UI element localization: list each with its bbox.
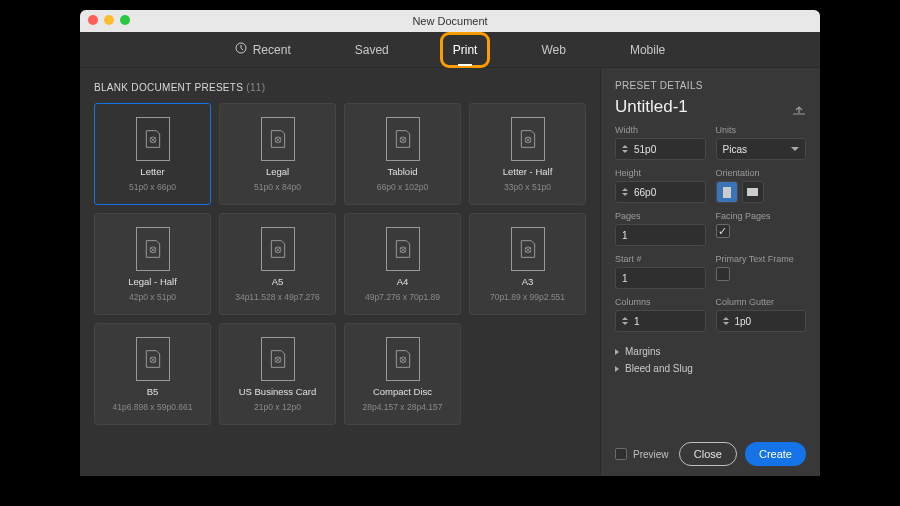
preset-name: A5 [272,276,284,287]
page-icon [261,337,295,381]
preset-name: A3 [522,276,534,287]
preset-card[interactable]: Compact Disc28p4.157 x 28p4.157 [344,323,461,425]
preset-card[interactable]: A534p11.528 x 49p7.276 [219,213,336,315]
window-titlebar: New Document [80,10,820,32]
facing-pages-checkbox[interactable]: ✓ [716,224,730,238]
tab-saved[interactable]: Saved [349,39,395,61]
close-button[interactable]: Close [679,442,737,466]
preset-dimensions: 51p0 x 84p0 [254,182,301,192]
page-icon [511,117,545,161]
chevron-down-icon [791,147,799,151]
new-document-dialog: New Document RecentSavedPrintWebMobile B… [80,10,820,476]
preset-card[interactable]: Legal51p0 x 84p0 [219,103,336,205]
presets-grid: Letter51p0 x 66p0Legal51p0 x 84p0Tabloid… [94,103,586,425]
preset-name: Letter [140,166,164,177]
category-tabs: RecentSavedPrintWebMobile [80,32,820,68]
page-icon [136,337,170,381]
start-number-label: Start # [615,254,706,264]
columns-field[interactable]: 1 [615,310,706,332]
preset-name: US Business Card [239,386,317,397]
preset-dimensions: 70p1.89 x 99p2.551 [490,292,565,302]
primary-text-frame-checkbox[interactable] [716,267,730,281]
pages-label: Pages [615,211,706,221]
tab-recent[interactable]: Recent [229,38,297,61]
width-field[interactable]: 51p0 [615,138,706,160]
tab-label: Web [541,43,565,57]
width-label: Width [615,125,706,135]
preset-name: Letter - Half [503,166,553,177]
preset-name: Legal - Half [128,276,177,287]
document-name[interactable]: Untitled-1 [615,97,688,117]
preset-card[interactable]: Tabloid66p0 x 102p0 [344,103,461,205]
page-icon [136,117,170,161]
page-icon [511,227,545,271]
preset-dimensions: 21p0 x 12p0 [254,402,301,412]
minimize-window-button[interactable] [104,15,114,25]
height-field[interactable]: 66p0 [615,181,706,203]
preview-toggle[interactable]: Preview [615,448,669,460]
page-icon [261,117,295,161]
orientation-landscape-button[interactable] [742,181,764,203]
orientation-portrait-button[interactable] [716,181,738,203]
primary-text-frame-label: Primary Text Frame [716,254,807,264]
preset-name: Compact Disc [373,386,432,397]
tab-mobile[interactable]: Mobile [624,39,671,61]
preset-name: B5 [147,386,159,397]
facing-pages-label: Facing Pages [716,211,807,221]
details-heading: PRESET DETAILS [615,80,806,91]
preset-card[interactable]: A449p7.276 x 70p1.89 [344,213,461,315]
preset-dimensions: 66p0 x 102p0 [377,182,429,192]
preset-details-panel: PRESET DETAILS Untitled-1 Width 51p0 Uni… [600,68,820,476]
preset-dimensions: 28p4.157 x 28p4.157 [363,402,443,412]
create-button[interactable]: Create [745,442,806,466]
chevron-right-icon [615,349,619,355]
pages-field[interactable]: 1 [615,224,706,246]
preset-dimensions: 33p0 x 51p0 [504,182,551,192]
stepper-icon[interactable] [723,317,729,325]
tab-print[interactable]: Print [447,39,484,61]
bleed-slug-disclosure[interactable]: Bleed and Slug [615,363,806,374]
preset-name: Legal [266,166,289,177]
tab-label: Recent [253,43,291,57]
tab-label: Print [453,43,478,57]
orientation-label: Orientation [716,168,807,178]
preset-name: Tabloid [387,166,417,177]
page-icon [136,227,170,271]
window-controls [88,15,130,25]
gutter-label: Column Gutter [716,297,807,307]
height-label: Height [615,168,706,178]
units-label: Units [716,125,807,135]
preset-card[interactable]: Letter51p0 x 66p0 [94,103,211,205]
start-number-field[interactable]: 1 [615,267,706,289]
preset-dimensions: 49p7.276 x 70p1.89 [365,292,440,302]
gutter-field[interactable]: 1p0 [716,310,807,332]
save-preset-icon[interactable] [792,104,806,118]
presets-panel: BLANK DOCUMENT PRESETS (11) Letter51p0 x… [80,68,600,476]
page-icon [261,227,295,271]
close-window-button[interactable] [88,15,98,25]
page-icon [386,117,420,161]
preset-dimensions: 41p6.898 x 59p0.661 [113,402,193,412]
presets-heading: BLANK DOCUMENT PRESETS (11) [94,82,586,93]
stepper-icon[interactable] [622,188,628,196]
preset-dimensions: 51p0 x 66p0 [129,182,176,192]
chevron-right-icon [615,366,619,372]
tab-label: Mobile [630,43,665,57]
zoom-window-button[interactable] [120,15,130,25]
clock-icon [235,42,247,57]
tab-web[interactable]: Web [535,39,571,61]
preset-card[interactable]: B541p6.898 x 59p0.661 [94,323,211,425]
preset-card[interactable]: Letter - Half33p0 x 51p0 [469,103,586,205]
preset-dimensions: 34p11.528 x 49p7.276 [235,292,320,302]
preset-dimensions: 42p0 x 51p0 [129,292,176,302]
preset-card[interactable]: Legal - Half42p0 x 51p0 [94,213,211,315]
stepper-icon[interactable] [622,145,628,153]
stepper-icon[interactable] [622,317,628,325]
preset-card[interactable]: A370p1.89 x 99p2.551 [469,213,586,315]
page-icon [386,337,420,381]
margins-disclosure[interactable]: Margins [615,346,806,357]
columns-label: Columns [615,297,706,307]
preview-checkbox[interactable] [615,448,627,460]
units-select[interactable]: Picas [716,138,807,160]
preset-card[interactable]: US Business Card21p0 x 12p0 [219,323,336,425]
